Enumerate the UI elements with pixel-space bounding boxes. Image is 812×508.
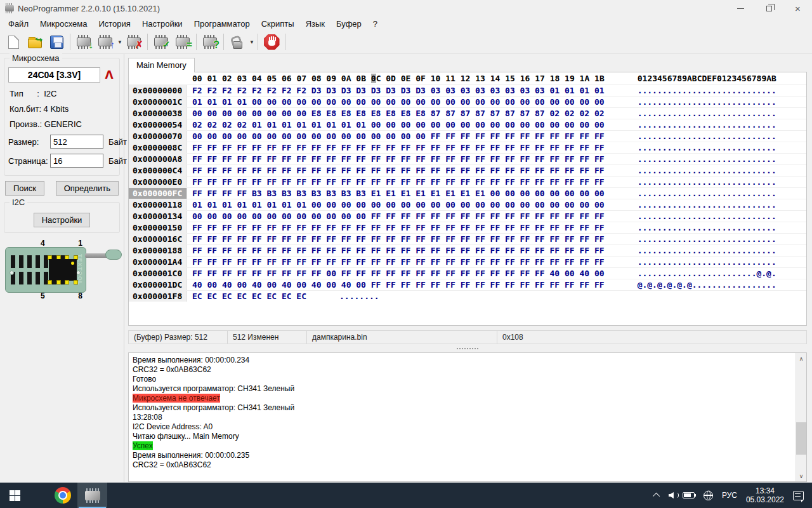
menu-item-6[interactable]: Скрипты bbox=[256, 18, 300, 30]
tray-clock-button[interactable]: 13:34 05.03.2022 bbox=[742, 483, 789, 508]
hex-row-0x0000001C[interactable]: 0x0000001C01 01 01 01 00 00 00 00 00 00 … bbox=[129, 96, 806, 107]
hex-bytes[interactable]: 40 00 40 00 40 00 40 00 40 00 40 00 FF F… bbox=[192, 279, 605, 290]
hex-bytes[interactable]: FF FF FF FF FF FF FF FF FF FF FF FF FF F… bbox=[192, 245, 605, 256]
hex-ascii[interactable]: ............................ bbox=[638, 222, 776, 233]
hex-bytes[interactable]: FF FF FF FF FF FF FF FF FF 00 FF FF FF F… bbox=[192, 268, 605, 279]
hex-editor[interactable]: 00 01 02 03 04 05 06 07 08 09 0A 0B 0C 0… bbox=[128, 72, 807, 326]
hex-ascii[interactable]: ............................ bbox=[638, 211, 776, 222]
restore-button[interactable] bbox=[755, 0, 783, 17]
hex-ascii[interactable]: ............................ bbox=[638, 245, 776, 256]
write-dropdown-caret[interactable]: ▼ bbox=[117, 39, 123, 45]
minimize-button[interactable] bbox=[726, 0, 755, 17]
hex-ascii[interactable]: ............................ bbox=[638, 131, 776, 142]
search-chip-button[interactable]: Поиск bbox=[5, 181, 44, 196]
hex-ascii[interactable]: @.@.@.@.@.@................. bbox=[638, 279, 776, 290]
hex-row-0x00000000[interactable]: 0x00000000F2 F2 F2 F2 F2 F2 F2 F2 D3 D3 … bbox=[129, 84, 806, 96]
page-input[interactable] bbox=[50, 154, 103, 168]
hex-ascii[interactable]: ............................ bbox=[638, 119, 776, 130]
stop-button[interactable] bbox=[261, 32, 282, 52]
hex-bytes[interactable]: FF FF FF FF FF FF FF FF FF FF FF FF FF F… bbox=[192, 142, 605, 153]
hex-ascii[interactable]: ............................ bbox=[638, 85, 776, 96]
start-button[interactable] bbox=[0, 483, 30, 508]
hex-bytes[interactable]: FF FF FF FF FF FF FF FF FF FF FF FF FF F… bbox=[192, 177, 605, 187]
query-chip-button[interactable]: ? bbox=[199, 32, 221, 52]
hex-row-0x00000070[interactable]: 0x0000007000 00 00 00 00 00 00 00 00 00 … bbox=[129, 130, 806, 142]
tab-main-memory[interactable]: Main Memory bbox=[128, 58, 195, 72]
hex-row-0x000000FC[interactable]: 0x000000FCFF FF FF FF B3 B3 B3 B3 B3 B3 … bbox=[129, 187, 806, 199]
hex-row-0x000001DC[interactable]: 0x000001DC40 00 40 00 40 00 40 00 40 00 … bbox=[129, 279, 806, 290]
hex-row-0x000001A4[interactable]: 0x000001A4FF FF FF FF FF FF FF FF FF FF … bbox=[129, 256, 806, 267]
hex-row-0x000000C4[interactable]: 0x000000C4FF FF FF FF FF FF FF FF FF FF … bbox=[129, 164, 806, 176]
hex-bytes[interactable]: 02 02 02 02 01 01 01 01 01 01 01 01 00 0… bbox=[192, 119, 605, 130]
new-file-button[interactable] bbox=[3, 32, 24, 52]
hex-ascii[interactable]: ........ bbox=[339, 291, 379, 302]
taskbar-chrome-button[interactable] bbox=[48, 483, 77, 508]
scroll-up-icon[interactable]: ∧ bbox=[796, 353, 806, 364]
hex-bytes[interactable]: 00 00 00 00 00 00 00 00 00 00 00 00 00 0… bbox=[192, 131, 605, 142]
hex-bytes[interactable]: FF FF FF FF FF FF FF FF FF FF FF FF FF F… bbox=[192, 154, 605, 164]
menu-item-4[interactable]: Настройки bbox=[136, 18, 188, 30]
tray-network-button[interactable] bbox=[699, 483, 717, 508]
hex-bytes[interactable]: F2 F2 F2 F2 F2 F2 F2 F2 D3 D3 D3 D3 D3 D… bbox=[192, 85, 605, 96]
chip-name-display[interactable]: 24C04 [3.3V] bbox=[8, 67, 100, 83]
hex-ascii[interactable]: ............................ bbox=[638, 199, 776, 210]
hex-row-0x00000038[interactable]: 0x0000003800 00 00 00 00 00 00 00 E8 E8 … bbox=[129, 107, 806, 119]
hex-ascii[interactable]: ........................@.@. bbox=[638, 268, 776, 279]
log-scrollbar[interactable]: ∧ ∨ bbox=[796, 353, 806, 481]
hex-ascii[interactable]: ............................ bbox=[638, 188, 776, 199]
hex-bytes[interactable]: EC EC EC EC EC EC EC EC bbox=[192, 291, 306, 302]
open-file-button[interactable]: ↪ bbox=[24, 32, 46, 52]
hex-bytes[interactable]: 01 01 01 01 00 00 00 00 00 00 00 00 00 0… bbox=[192, 97, 605, 107]
hex-bytes[interactable]: FF FF FF FF FF FF FF FF FF FF FF FF FF F… bbox=[192, 165, 605, 176]
hex-bytes[interactable]: FF FF FF FF FF FF FF FF FF FF FF FF FF F… bbox=[192, 234, 605, 244]
hex-row-0x0000008C[interactable]: 0x0000008CFF FF FF FF FF FF FF FF FF FF … bbox=[129, 142, 806, 153]
read-chip-button[interactable]: ↓ bbox=[73, 32, 95, 52]
menu-item-5[interactable]: Программатор bbox=[188, 18, 256, 30]
menu-item-3[interactable]: История bbox=[93, 18, 136, 30]
menu-item-1[interactable]: Файл bbox=[3, 18, 34, 30]
tray-language-button[interactable]: РУС bbox=[717, 483, 742, 508]
hex-row-0x000001F8[interactable]: 0x000001F8EC EC EC EC EC EC EC EC.......… bbox=[129, 290, 806, 302]
hex-row-0x000000E0[interactable]: 0x000000E0FF FF FF FF FF FF FF FF FF FF … bbox=[129, 176, 806, 187]
close-button[interactable]: × bbox=[783, 0, 812, 17]
menu-item-2[interactable]: Микросхема bbox=[34, 18, 93, 30]
tray-notifications-button[interactable] bbox=[789, 483, 808, 508]
size-input[interactable] bbox=[50, 135, 103, 149]
menu-item-7[interactable]: Язык bbox=[300, 18, 331, 30]
hex-ascii[interactable]: ............................ bbox=[638, 257, 776, 267]
hex-row-0x00000054[interactable]: 0x0000005402 02 02 02 01 01 01 01 01 01 … bbox=[129, 119, 806, 130]
scroll-down-icon[interactable]: ∨ bbox=[796, 471, 806, 481]
hex-ascii[interactable]: ............................ bbox=[638, 97, 776, 107]
verify-chip-button[interactable]: ✓ bbox=[150, 32, 172, 52]
hex-bytes[interactable]: 00 00 00 00 00 00 00 00 00 00 00 00 FF F… bbox=[192, 211, 605, 222]
menu-item-8[interactable]: Буфер bbox=[331, 18, 367, 30]
write-chip-button[interactable]: ↑ bbox=[95, 32, 116, 52]
i2c-settings-button[interactable]: Настройки bbox=[34, 213, 91, 227]
hex-ascii[interactable]: ............................ bbox=[638, 142, 776, 153]
hex-ascii[interactable]: ............................ bbox=[638, 234, 776, 244]
detect-chip-button[interactable]: Определить bbox=[56, 181, 119, 196]
hex-bytes[interactable]: 00 00 00 00 00 00 00 00 E8 E8 E8 E8 E8 E… bbox=[192, 108, 605, 119]
scroll-thumb[interactable] bbox=[796, 422, 806, 454]
hex-ascii[interactable]: ............................ bbox=[638, 177, 776, 187]
datasheet-pdf-icon[interactable]: Λ bbox=[103, 68, 115, 82]
hex-bytes[interactable]: FF FF FF FF FF FF FF FF FF FF FF FF FF F… bbox=[192, 257, 605, 267]
tray-battery-button[interactable] bbox=[678, 483, 699, 508]
tray-volume-button[interactable] bbox=[664, 483, 678, 508]
hex-row-0x00000188[interactable]: 0x00000188FF FF FF FF FF FF FF FF FF FF … bbox=[129, 244, 806, 256]
hex-ascii[interactable]: ............................ bbox=[638, 108, 776, 119]
tray-chevron-button[interactable] bbox=[650, 483, 664, 508]
log-splitter[interactable] bbox=[128, 344, 807, 352]
compare-chip-button[interactable]: = bbox=[172, 32, 193, 52]
hex-row-0x0000016C[interactable]: 0x0000016CFF FF FF FF FF FF FF FF FF FF … bbox=[129, 233, 806, 244]
hex-row-0x00000150[interactable]: 0x00000150FF FF FF FF FF FF FF FF FF FF … bbox=[129, 222, 806, 233]
hex-bytes[interactable]: FF FF FF FF FF FF FF FF FF FF FF FF FF F… bbox=[192, 222, 605, 233]
hex-row-0x000001C0[interactable]: 0x000001C0FF FF FF FF FF FF FF FF FF 00 … bbox=[129, 267, 806, 279]
menu-item-9[interactable]: ? bbox=[367, 18, 383, 30]
scroll-track[interactable] bbox=[796, 364, 806, 471]
hex-row-0x000000A8[interactable]: 0x000000A8FF FF FF FF FF FF FF FF FF FF … bbox=[129, 153, 806, 164]
save-file-button[interactable] bbox=[46, 32, 67, 52]
hex-ascii[interactable]: ............................ bbox=[638, 154, 776, 164]
unlock-button[interactable] bbox=[226, 32, 248, 52]
hex-bytes[interactable]: FF FF FF FF B3 B3 B3 B3 B3 B3 B3 B3 E1 E… bbox=[192, 188, 605, 199]
